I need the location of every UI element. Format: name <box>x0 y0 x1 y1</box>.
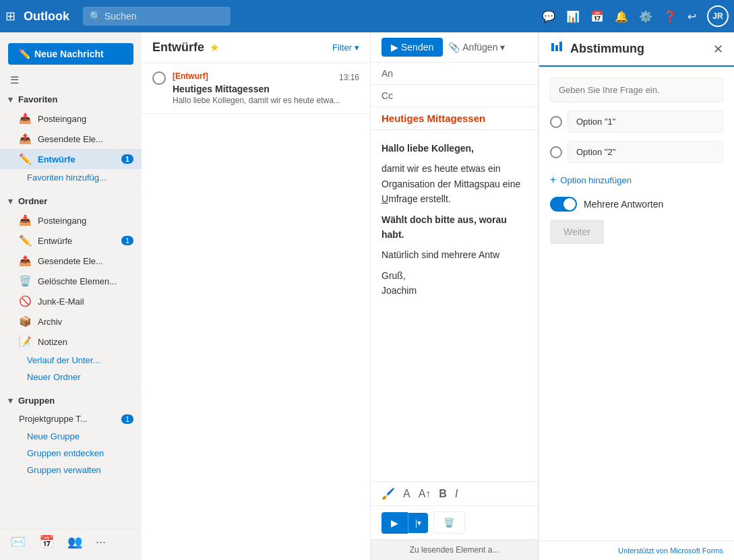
new-message-button[interactable]: ✏️ Neue Nachricht <box>8 43 133 65</box>
sidebar-link-verlauf[interactable]: Verlauf der Unter... <box>0 352 142 369</box>
star-icon[interactable]: ★ <box>210 41 219 54</box>
apps-icon[interactable]: ⊞ <box>5 9 16 24</box>
drafts2-icon: ✏️ <box>19 235 31 247</box>
compose-send-dropdown-button[interactable]: |▾ <box>408 513 428 533</box>
option2-radio[interactable] <box>550 146 562 158</box>
sidebar-item-junk[interactable]: 🚫 Junk-E-Mail <box>0 291 142 311</box>
compose-attach-button[interactable]: 📎 Anfügen ▾ <box>448 42 505 53</box>
weiter-button[interactable]: Weiter <box>550 220 604 244</box>
sidebar-section-gruppen[interactable]: ▾ Gruppen <box>0 392 142 410</box>
option1-radio[interactable] <box>550 116 562 128</box>
more-bottom-icon[interactable]: ··· <box>96 535 106 549</box>
sidebar-add-favorites[interactable]: Favoriten hinzufüg... <box>0 169 142 186</box>
font-size-icon[interactable]: A <box>403 488 410 500</box>
italic-icon[interactable]: I <box>455 488 458 500</box>
option1-row <box>550 111 723 133</box>
compose-body[interactable]: Hallo liebe Kollegen, damit wir es heute… <box>371 130 538 481</box>
sidebar-item-drafts-fav[interactable]: ✏️ Entwürfe 1 <box>0 149 142 169</box>
drafts-icon: ✏️ <box>19 153 31 165</box>
option1-input[interactable] <box>568 111 723 133</box>
panel-close-button[interactable]: ✕ <box>713 42 723 57</box>
to-input[interactable] <box>402 68 527 79</box>
font-size-up-icon[interactable]: A↑ <box>419 488 431 500</box>
topbar-actions: 💬 📊 📅 🔔 ⚙️ ❓ ↩ JR <box>542 5 729 27</box>
sidebar-item-sent-fav[interactable]: 📤 Gesendete Ele... <box>0 129 142 149</box>
attach-chevron-icon: ▾ <box>500 42 505 53</box>
people-bottom-icon[interactable]: 👥 <box>67 534 82 549</box>
sidebar-hamburger[interactable]: ☰ <box>0 70 142 90</box>
main-layout: ✏️ Neue Nachricht ☰ ▾ Favoriten 📥 Postei… <box>0 32 734 560</box>
filter-button[interactable]: Filter ▾ <box>332 42 359 53</box>
drafts-badge: 1 <box>121 154 133 164</box>
email-item[interactable]: ◯ [Entwurf] 13:16 Heutiges Mittagessen H… <box>142 63 370 114</box>
projektgruppe-badge: 1 <box>121 414 133 424</box>
avatar[interactable]: JR <box>707 5 729 27</box>
compose-delete-button[interactable]: 🗑️ <box>433 511 465 534</box>
subject-input[interactable] <box>381 113 527 124</box>
compose-send-button[interactable]: ▶ Senden <box>381 38 443 57</box>
junk-icon: 🚫 <box>19 295 31 307</box>
inbox2-icon: 📥 <box>19 214 31 226</box>
panel-header: Abstimmung ✕ <box>539 32 734 67</box>
compose-send-main-button[interactable]: ▶ <box>381 512 408 534</box>
abstimmung-icon <box>550 40 563 57</box>
sidebar-item-inbox[interactable]: 📥 Posteingang <box>0 210 142 230</box>
sidebar-item-projektgruppe[interactable]: Projektgruppe T... 1 <box>0 410 142 428</box>
topbar: ⊞ Outlook 🔍 💬 📊 📅 🔔 ⚙️ ❓ ↩ JR <box>0 0 734 32</box>
bell-icon[interactable]: 🔔 <box>615 10 628 23</box>
help-icon[interactable]: ❓ <box>663 10 677 23</box>
cc-input[interactable] <box>402 90 527 101</box>
question-input[interactable] <box>550 77 723 102</box>
chat-icon[interactable]: 💬 <box>542 10 555 23</box>
email-tag: [Entwurf] <box>173 71 208 81</box>
microsoft-forms-link[interactable]: Microsoft <box>670 547 700 555</box>
body-p1: damit wir es heute etwas ein Organisatio… <box>381 161 527 206</box>
sidebar-item-inbox-fav[interactable]: 📥 Posteingang <box>0 108 142 129</box>
sidebar-item-drafts[interactable]: ✏️ Entwürfe 1 <box>0 230 142 251</box>
sidebar-link-neue-gruppe[interactable]: Neue Gruppe <box>0 428 142 445</box>
cc-label: Cc <box>381 90 402 101</box>
sidebar-item-sent[interactable]: 📤 Gesendete Ele... <box>0 251 142 271</box>
bold-icon[interactable]: B <box>439 488 447 500</box>
email-compose: ▶ Senden 📎 Anfügen ▾ An Cc Hallo liebe K… <box>371 32 539 560</box>
sidebar-link-gruppen-entdecken[interactable]: Gruppen entdecken <box>0 445 142 462</box>
sidebar-section-favorites[interactable]: ▾ Favoriten <box>0 90 142 108</box>
email-checkbox[interactable]: ◯ <box>152 71 166 85</box>
email-time: 13:16 <box>339 73 359 82</box>
body-greeting: Hallo liebe Kollegen, <box>381 141 527 156</box>
drafts2-badge: 1 <box>121 236 133 245</box>
email-subject: Heutiges Mittagessen <box>173 84 359 94</box>
mail-bottom-icon[interactable]: ✉️ <box>11 534 26 549</box>
compose-icon: ✏️ <box>19 49 30 59</box>
sidebar-bottom: ✉️ 📅 👥 ··· <box>0 528 142 555</box>
calendar-bottom-icon[interactable]: 📅 <box>39 534 54 549</box>
sidebar-item-archive[interactable]: 📦 Archiv <box>0 311 142 332</box>
option2-input[interactable] <box>568 141 723 163</box>
feedback-icon[interactable]: ↩ <box>687 10 696 23</box>
compose-subject-field <box>371 107 538 130</box>
option2-row <box>550 141 723 163</box>
sidebar-section-ordner[interactable]: ▾ Ordner <box>0 192 142 210</box>
chevron-ordner-icon: ▾ <box>8 196 13 206</box>
sidebar-item-notes[interactable]: 📝 Notizen <box>0 332 142 352</box>
panel-title: Abstimmung <box>570 42 713 56</box>
sidebar-link-gruppen-verwalten[interactable]: Gruppen verwalten <box>0 462 142 478</box>
plus-icon: + <box>550 174 556 186</box>
email-item-header: ◯ [Entwurf] 13:16 Heutiges Mittagessen H… <box>152 71 359 105</box>
sidebar-item-deleted[interactable]: 🗑️ Gelöschte Elemen... <box>0 271 142 291</box>
calendar-icon[interactable]: 📅 <box>590 10 604 23</box>
inbox-icon: 📥 <box>19 113 31 125</box>
excel-icon[interactable]: 📊 <box>566 10 580 23</box>
paint-icon[interactable]: 🖌️ <box>381 487 395 500</box>
sidebar-link-neuer-ordner[interactable]: Neuer Ordner <box>0 369 142 385</box>
panel-footer: Unterstützt von Microsoft Forms <box>539 540 734 560</box>
multiple-answers-toggle[interactable] <box>550 197 577 212</box>
sent2-icon: 📤 <box>19 255 31 267</box>
search-input[interactable] <box>83 7 231 26</box>
add-option-button[interactable]: + Option hinzufügen <box>550 171 723 189</box>
svg-rect-2 <box>559 42 562 51</box>
chevron-down-icon: ▾ <box>8 94 13 104</box>
archive-icon: 📦 <box>19 315 31 328</box>
body-p3: Natürlich sind mehrere Antw <box>381 247 527 262</box>
settings-icon[interactable]: ⚙️ <box>639 10 652 23</box>
